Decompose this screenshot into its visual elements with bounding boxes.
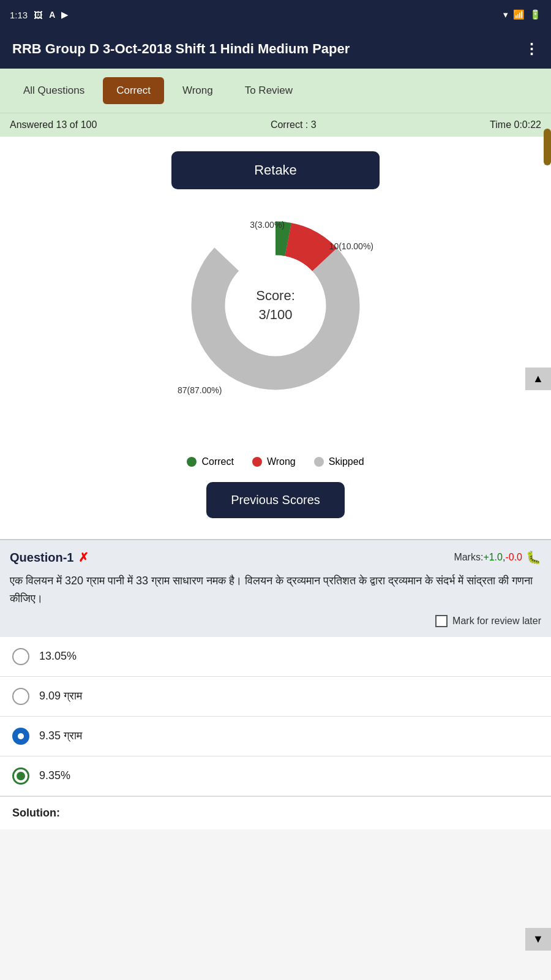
wrong-dot	[252, 457, 262, 467]
status-bar: 1:13 🖼 A ▶ ▾ 📶 🔋	[0, 0, 551, 29]
radio-4-inner	[17, 772, 25, 780]
review-row: Mark for review later	[10, 615, 541, 627]
option-4[interactable]: 9.35%	[0, 756, 551, 796]
question-section: Question-1 ✗ Marks:+1.0,-0.0 🐛 एक विलयन …	[0, 539, 551, 637]
radio-2	[12, 688, 29, 705]
gallery-icon: 🖼	[34, 10, 43, 20]
chart-labels: 3(3.00%) 10(10.00%) 87(87.00%)	[171, 410, 380, 447]
question-text: एक विलयन में 320 ग्राम पानी में 33 ग्राम…	[10, 572, 541, 608]
score-line1: Score:	[256, 287, 295, 306]
a-icon: A	[49, 10, 55, 20]
battery-icon: 🔋	[530, 9, 541, 20]
chart-wrapper: Score: 3/100 3(3.00%) 10(10.00%) 87(87.0…	[171, 208, 380, 447]
review-checkbox[interactable]	[435, 615, 448, 627]
label-wrong-pct: 10(10.00%)	[329, 241, 373, 251]
option-3-text: 9.35 ग्राम	[39, 729, 82, 742]
label-skipped-pct: 87(87.00%)	[178, 385, 222, 395]
legend-correct-label: Correct	[201, 456, 233, 467]
legend-wrong-label: Wrong	[267, 456, 296, 467]
option-2[interactable]: 9.09 ग्राम	[0, 677, 551, 717]
radio-3	[12, 728, 29, 745]
tab-to-review[interactable]: To Review	[231, 77, 306, 104]
option-3[interactable]: 9.35 ग्राम	[0, 717, 551, 756]
previous-scores-button[interactable]: Previous Scores	[206, 482, 345, 518]
answered-count: Answered 13 of 100	[10, 119, 97, 130]
scroll-down-arrow[interactable]: ▼	[525, 928, 551, 951]
label-correct-pct: 3(3.00%)	[250, 220, 285, 230]
signal-icon: 📶	[513, 9, 525, 20]
play-store-icon: ▶	[61, 9, 69, 20]
legend-correct: Correct	[187, 456, 233, 467]
wrong-indicator: ✗	[78, 550, 89, 565]
marks-value: Marks:+1.0,-0.0	[454, 552, 522, 563]
stats-bar: Answered 13 of 100 Correct : 3 Time 0:0:…	[0, 113, 551, 137]
bug-icon[interactable]: 🐛	[526, 550, 541, 565]
question-title: Question-1 ✗	[10, 550, 89, 565]
marks-negative: -0.0	[505, 552, 522, 562]
chart-legend: Correct Wrong Skipped	[10, 456, 541, 467]
score-label: Score: 3/100	[256, 287, 295, 325]
solution-section: Solution:	[0, 796, 551, 829]
legend-skipped-label: Skipped	[329, 456, 364, 467]
retake-button[interactable]: Retake	[171, 151, 380, 189]
header-title: RRB Group D 3-Oct-2018 Shift 1 Hindi Med…	[12, 41, 350, 57]
tab-wrong[interactable]: Wrong	[169, 77, 227, 104]
tab-bar: All Questions Correct Wrong To Review	[0, 69, 551, 113]
legend-skipped: Skipped	[314, 456, 364, 467]
option-1-text: 13.05%	[39, 650, 77, 663]
legend-wrong: Wrong	[252, 456, 296, 467]
donut-chart: Score: 3/100	[178, 208, 373, 404]
status-right: ▾ 📶 🔋	[503, 9, 541, 20]
options-list: 13.05% 9.09 ग्राम 9.35 ग्राम 9.35%	[0, 637, 551, 796]
correct-dot	[187, 457, 197, 467]
tab-correct[interactable]: Correct	[103, 77, 164, 104]
review-label: Mark for review later	[452, 616, 541, 627]
option-1[interactable]: 13.05%	[0, 637, 551, 677]
radio-3-inner	[18, 733, 24, 739]
solution-label: Solution:	[12, 807, 60, 819]
marks-label: Marks:	[454, 552, 483, 562]
app-header: RRB Group D 3-Oct-2018 Shift 1 Hindi Med…	[0, 29, 551, 69]
radio-4	[12, 767, 29, 785]
header-menu-icon[interactable]: ⋮	[524, 40, 539, 58]
skipped-dot	[314, 457, 324, 467]
score-line2: 3/100	[256, 306, 295, 325]
scrollbar-thumb	[544, 129, 551, 165]
question-number: Question-1	[10, 551, 73, 565]
time-elapsed: Time 0:0:22	[490, 119, 541, 130]
option-2-text: 9.09 ग्राम	[39, 690, 82, 703]
main-content: Retake Score: 3/100 3(3	[0, 137, 551, 539]
tab-all-questions[interactable]: All Questions	[10, 77, 98, 104]
wifi-icon: ▾	[503, 9, 508, 20]
radio-1	[12, 648, 29, 665]
status-left: 1:13 🖼 A ▶	[10, 9, 69, 20]
scroll-up-arrow[interactable]: ▲	[525, 368, 551, 390]
question-marks: Marks:+1.0,-0.0 🐛	[454, 550, 541, 565]
option-4-text: 9.35%	[39, 769, 70, 782]
status-time: 1:13	[10, 10, 28, 20]
question-header: Question-1 ✗ Marks:+1.0,-0.0 🐛	[10, 550, 541, 565]
marks-positive: +1.0	[483, 552, 503, 562]
correct-count: Correct : 3	[271, 119, 317, 130]
